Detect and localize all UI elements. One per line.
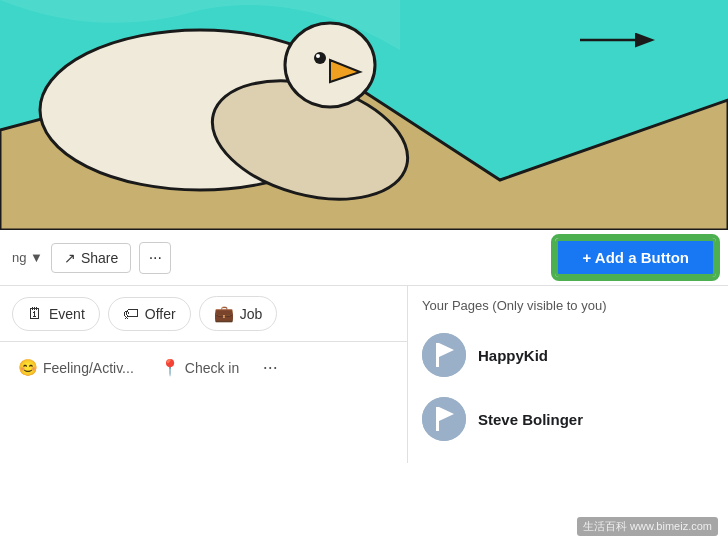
avatar bbox=[422, 333, 466, 377]
offer-icon: 🏷 bbox=[123, 305, 139, 323]
more-options-label: ··· bbox=[149, 249, 162, 267]
svg-rect-13 bbox=[436, 407, 439, 431]
svg-point-12 bbox=[422, 397, 466, 441]
watermark: 生活百科 www.bimeiz.com bbox=[577, 517, 718, 536]
svg-point-9 bbox=[422, 333, 466, 377]
add-button-label: + Add a Button bbox=[582, 249, 689, 266]
feeling-icon: 😊 bbox=[18, 358, 38, 377]
main-split: 🗓 Event 🏷 Offer 💼 Job 😊 Feeling/Activ...… bbox=[0, 286, 728, 463]
list-item[interactable]: HappyKid bbox=[408, 323, 728, 387]
svg-rect-10 bbox=[436, 343, 439, 367]
more-options-button[interactable]: ··· bbox=[139, 242, 171, 274]
page-flag-icon bbox=[422, 333, 466, 377]
page-flag-icon-2 bbox=[422, 397, 466, 441]
add-a-button-button[interactable]: + Add a Button bbox=[555, 238, 716, 277]
check-in-button[interactable]: 📍 Check in bbox=[150, 352, 249, 383]
svg-point-6 bbox=[314, 52, 326, 64]
location-pin-icon: 📍 bbox=[160, 358, 180, 377]
job-icon: 💼 bbox=[214, 304, 234, 323]
action-bar-left: ng ▼ ↗ Share ··· bbox=[12, 242, 171, 274]
page-label: ng ▼ bbox=[12, 250, 43, 265]
avatar bbox=[422, 397, 466, 441]
share-icon: ↗ bbox=[64, 250, 76, 266]
right-panel: Your Pages (Only visible to you) HappyKi… bbox=[408, 286, 728, 463]
left-panel: 🗓 Event 🏷 Offer 💼 Job 😊 Feeling/Activ...… bbox=[0, 286, 408, 463]
checkin-label: Check in bbox=[185, 360, 239, 376]
share-button[interactable]: ↗ Share bbox=[51, 243, 131, 273]
offer-label: Offer bbox=[145, 306, 176, 322]
feeling-activity-button[interactable]: 😊 Feeling/Activ... bbox=[8, 352, 144, 383]
event-label: Event bbox=[49, 306, 85, 322]
list-item[interactable]: Steve Bolinger bbox=[408, 387, 728, 451]
event-icon: 🗓 bbox=[27, 305, 43, 323]
page-name: HappyKid bbox=[478, 347, 548, 364]
share-label: Share bbox=[81, 250, 118, 266]
illustration-area bbox=[0, 0, 728, 230]
job-label: Job bbox=[240, 306, 263, 322]
page-name: Steve Bolinger bbox=[478, 411, 583, 428]
post-options-row: 🗓 Event 🏷 Offer 💼 Job bbox=[0, 286, 407, 342]
your-pages-title: Your Pages (Only visible to you) bbox=[408, 298, 728, 323]
svg-point-7 bbox=[316, 54, 320, 58]
bottom-more-label: ··· bbox=[263, 357, 278, 378]
illustration-svg bbox=[0, 0, 728, 230]
add-button-area: + Add a Button bbox=[555, 238, 716, 277]
offer-button[interactable]: 🏷 Offer bbox=[108, 297, 191, 331]
bottom-action-bar: 😊 Feeling/Activ... 📍 Check in ··· bbox=[0, 342, 407, 393]
action-bar: ng ▼ ↗ Share ··· + Add a Button bbox=[0, 230, 728, 286]
bottom-more-button[interactable]: ··· bbox=[255, 353, 285, 383]
job-button[interactable]: 💼 Job bbox=[199, 296, 278, 331]
event-button[interactable]: 🗓 Event bbox=[12, 297, 100, 331]
feeling-label: Feeling/Activ... bbox=[43, 360, 134, 376]
